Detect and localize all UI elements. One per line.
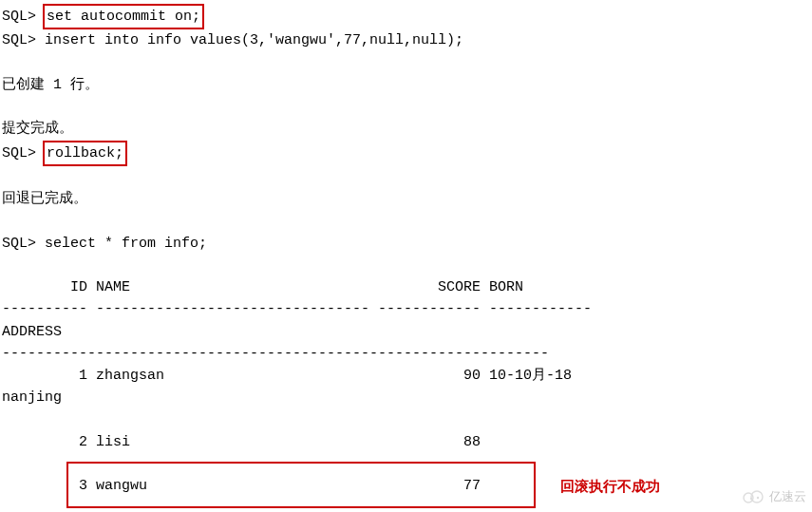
table-row: nanjing <box>2 387 812 408</box>
line-select: SQL> select * from info; <box>2 233 812 255</box>
highlight-rollback: rollback; <box>43 141 127 166</box>
cloud-icon <box>741 488 765 505</box>
annotation-rollback-failed: 回滚执行不成功 <box>560 475 660 497</box>
highlight-row-3 <box>66 462 536 508</box>
table-row: 2 lisi 88 <box>2 431 812 453</box>
sql-prompt: SQL> <box>2 145 45 161</box>
blank-line <box>2 166 812 188</box>
cmd-insert: insert into info values(3,'wangwu',77,nu… <box>45 32 463 48</box>
table-header-2: ADDRESS <box>2 321 812 343</box>
table-sep-2: ----------------------------------------… <box>2 343 812 365</box>
highlight-autocommit: set autocommit on; <box>43 4 204 29</box>
table-sep-1: ---------- -----------------------------… <box>2 298 812 320</box>
svg-point-3 <box>757 497 759 499</box>
table-row: 1 zhangsan 90 10-10月-18 <box>2 365 812 387</box>
cmd-select: select * from info; <box>45 236 207 252</box>
blank-line <box>2 210 812 232</box>
msg-rollback-done: 回退已完成。 <box>2 188 812 210</box>
blank-line <box>2 52 812 74</box>
line-rollback: SQL> rollback; <box>2 141 812 166</box>
blank-line <box>2 409 812 431</box>
line-1: SQL> set autocommit on; <box>2 4 812 29</box>
watermark: 亿速云 <box>741 487 806 506</box>
watermark-text: 亿速云 <box>769 487 806 506</box>
sql-prompt: SQL> <box>2 236 45 252</box>
sql-prompt: SQL> <box>2 32 45 48</box>
table-header-1: ID NAME SCORE BORN <box>2 276 812 298</box>
line-2: SQL> insert into info values(3,'wangwu',… <box>2 29 812 51</box>
msg-commit-done: 提交完成。 <box>2 118 812 140</box>
blank-line <box>2 255 812 276</box>
blank-line <box>2 96 812 118</box>
msg-created: 已创建 1 行。 <box>2 74 812 96</box>
sql-prompt: SQL> <box>2 9 45 25</box>
svg-point-2 <box>750 498 752 500</box>
